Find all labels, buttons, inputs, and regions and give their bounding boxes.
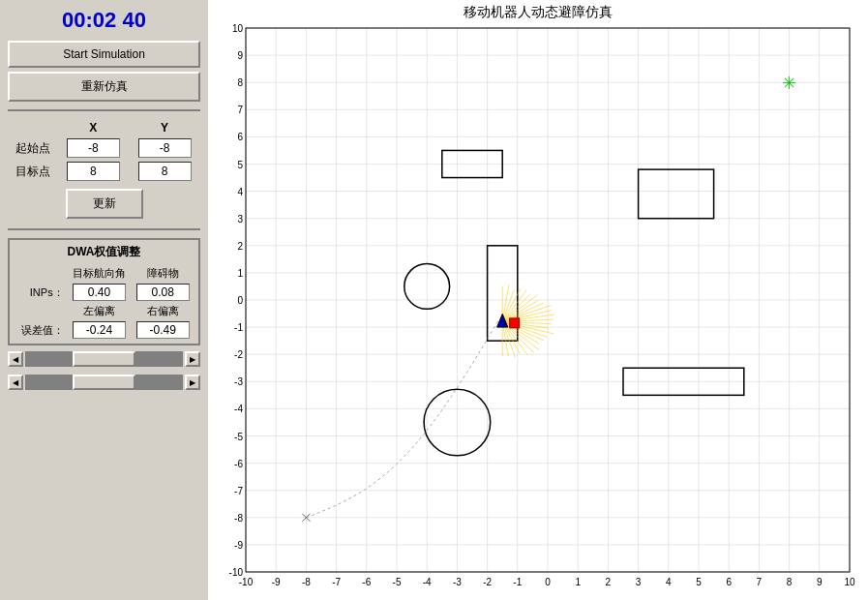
goal-label: 目标点 [8, 160, 58, 183]
scroll-track-2[interactable] [25, 375, 183, 390]
dwa-section: DWA权值调整 目标航向角 障碍物 INPs： 0.40 0.08 左偏离 [8, 238, 200, 345]
err-val2: -0.49 [136, 321, 190, 339]
scroll-right-1[interactable]: ▶ [185, 351, 200, 367]
update-button[interactable]: 更新 [66, 189, 143, 219]
inp-val1: 0.40 [73, 284, 126, 301]
reset-button[interactable]: 重新仿真 [8, 72, 200, 102]
scroll-thumb-2 [73, 375, 135, 390]
left-panel: 00:02 40 Start Simulation 重新仿真 X Y 起始点 目… [0, 0, 208, 600]
scroll-track-1[interactable] [25, 351, 183, 367]
dwa-title: DWA权值调整 [14, 244, 195, 260]
dwa-left-header: 左偏离 [68, 302, 132, 320]
coord-table: X Y 起始点 目标点 [8, 119, 200, 183]
right-panel: 移动机器人动态避障仿真 [208, 0, 868, 600]
y-header: Y [129, 119, 200, 136]
divider-2 [8, 228, 200, 230]
scroll-thumb-1 [73, 351, 135, 367]
timer-display: 00:02 40 [8, 8, 200, 33]
start-y-input[interactable] [138, 138, 192, 158]
err-label: 误差值： [14, 320, 68, 340]
goal-y-input[interactable] [138, 162, 192, 181]
goal-x-input[interactable] [67, 162, 120, 181]
scrollbar-2[interactable]: ◀ ▶ [8, 375, 200, 390]
start-button[interactable]: Start Simulation [8, 41, 200, 68]
start-label: 起始点 [8, 136, 58, 160]
x-header: X [58, 119, 130, 136]
dwa-col1-header: 目标航向角 [68, 264, 132, 283]
scroll-right-2[interactable]: ▶ [185, 375, 200, 390]
dwa-col2-header: 障碍物 [131, 264, 195, 283]
dwa-table: 目标航向角 障碍物 INPs： 0.40 0.08 左偏离 右偏离 误差值： -… [14, 264, 195, 340]
simulation-canvas [212, 23, 864, 596]
scroll-left-1[interactable]: ◀ [8, 351, 23, 367]
inp-label: INPs： [14, 283, 68, 302]
scrollbar-1[interactable]: ◀ ▶ [8, 351, 200, 367]
err-val1: -0.24 [73, 321, 126, 339]
start-x-input[interactable] [67, 138, 120, 158]
dwa-right-header: 右偏离 [131, 302, 195, 320]
inp-val2: 0.08 [136, 284, 190, 301]
scroll-left-2[interactable]: ◀ [8, 375, 23, 390]
chart-title: 移动机器人动态避障仿真 [212, 4, 864, 21]
canvas-container [212, 23, 864, 596]
divider-1 [8, 109, 200, 111]
